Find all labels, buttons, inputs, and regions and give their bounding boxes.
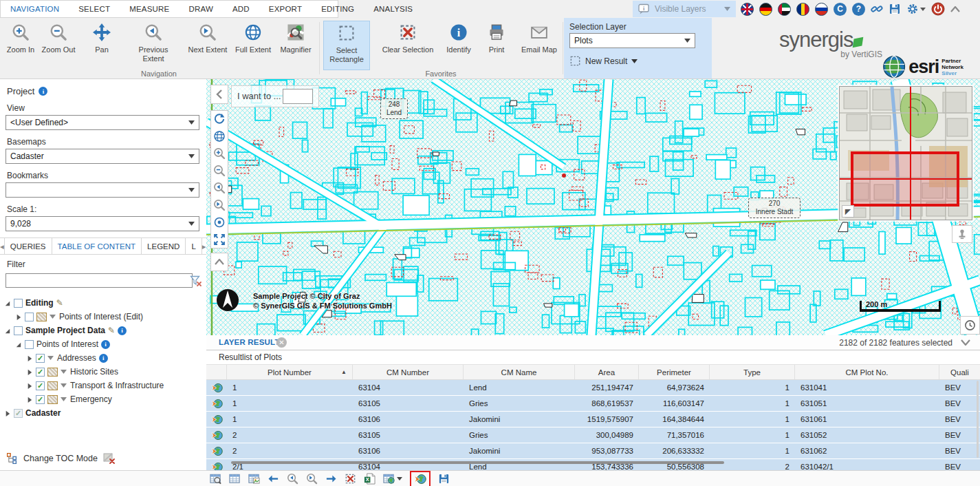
view-select[interactable]: <User Defined>: [6, 115, 199, 130]
checkbox-unchecked[interactable]: [25, 313, 34, 321]
tree-item-sample-project-data[interactable]: Sample Project Data ✎ i: [0, 324, 206, 337]
map-tools-collapse-button[interactable]: [210, 253, 228, 271]
layer-info-icon[interactable]: i: [101, 340, 110, 349]
close-result-tab-icon[interactable]: ✕: [276, 337, 287, 348]
expander-collapsed-icon[interactable]: [25, 396, 33, 403]
change-toc-mode-button[interactable]: Change TOC Mode: [7, 453, 116, 464]
save-result-button[interactable]: [438, 473, 450, 485]
menu-tab-export[interactable]: EXPORT: [259, 5, 312, 13]
zoom-in-icon[interactable]: [213, 147, 226, 160]
collapse-ribbon-icon[interactable]: [950, 6, 960, 12]
previous-record-button[interactable]: [268, 473, 279, 485]
copyright-icon[interactable]: C: [834, 3, 847, 16]
logout-power-icon[interactable]: [931, 2, 945, 16]
print-button[interactable]: Print: [480, 21, 513, 70]
menu-tab-analysis[interactable]: ANALYSIS: [364, 5, 422, 13]
overview-pin-button[interactable]: [952, 225, 972, 243]
header-plot-number[interactable]: Plot Number▲: [227, 365, 353, 379]
zoom-to-feature-icon[interactable]: [206, 382, 227, 394]
visible-layers-button[interactable]: i Visible Layers: [633, 1, 736, 17]
layer-menu-caret-icon[interactable]: [61, 397, 67, 401]
link-icon[interactable]: [871, 3, 883, 15]
tabs-scroll-left-icon[interactable]: ◂: [0, 238, 5, 254]
tree-item-transport-infrastructure[interactable]: ✓ Transport & Infrastructure: [0, 379, 206, 392]
layer-result-tab[interactable]: LAYER RESULT: [219, 338, 280, 346]
checkbox-checked[interactable]: ✓: [36, 395, 45, 404]
i-want-to-input[interactable]: [283, 89, 313, 104]
menu-tab-add[interactable]: ADD: [223, 5, 259, 13]
checkbox-unchecked[interactable]: [14, 299, 23, 308]
menu-tab-select[interactable]: SELECT: [69, 5, 120, 13]
tab-truncated[interactable]: L: [186, 238, 202, 254]
header-cm-name[interactable]: CM Name: [464, 365, 575, 379]
overview-collapse-icon[interactable]: ◤: [842, 205, 854, 218]
expander-collapsed-icon[interactable]: [25, 355, 33, 362]
vertical-scrollbar[interactable]: [977, 381, 979, 458]
tree-item-cadaster[interactable]: ✓ Cadaster: [0, 406, 206, 420]
new-result-button[interactable]: New Result: [569, 55, 638, 67]
language-german-icon[interactable]: [759, 3, 772, 16]
table-row[interactable]: 263105Gries300,0498971,3570161631052BEV: [206, 427, 980, 443]
search-in-result-button[interactable]: [210, 473, 221, 485]
previous-extent-icon[interactable]: [213, 182, 226, 194]
filter-input[interactable]: [6, 273, 193, 288]
scale-select[interactable]: 9,028: [6, 216, 199, 231]
header-perimeter[interactable]: Perimeter: [639, 365, 710, 379]
header-cm-number[interactable]: CM Number: [353, 365, 464, 379]
next-extent-icon[interactable]: [213, 199, 226, 211]
table-export-button[interactable]: [383, 473, 402, 485]
expander-expanded-icon[interactable]: [3, 299, 11, 307]
select-rectangle-button[interactable]: Select Rectangle: [323, 21, 370, 70]
table-row[interactable]: 163104Lend251,19474764,9736241631041BEV: [206, 380, 980, 396]
table-row[interactable]: 263106Jakomini953,087733206,633332163106…: [206, 443, 980, 459]
clear-filter-icon[interactable]: [190, 275, 202, 287]
report-view-button[interactable]: [248, 473, 260, 485]
tree-item-addresses[interactable]: ✓ Addresses i: [0, 351, 206, 365]
tab-table-of-content[interactable]: TABLE OF CONTENT: [52, 238, 142, 254]
center-map-icon[interactable]: [213, 216, 226, 229]
header-quali[interactable]: Quali: [939, 365, 980, 379]
zoom-to-feature-icon[interactable]: [206, 461, 227, 471]
pan-button[interactable]: Pan: [87, 21, 117, 70]
magnifier-button[interactable]: Magnifier: [275, 21, 316, 70]
project-info-icon[interactable]: i: [39, 87, 47, 96]
collapse-left-panel-button[interactable]: [210, 85, 228, 104]
layer-menu-caret-icon[interactable]: [50, 315, 56, 319]
layer-menu-caret-icon[interactable]: [61, 370, 67, 374]
settings-button[interactable]: [906, 3, 926, 15]
checkbox-checked[interactable]: ✓: [36, 354, 45, 363]
layer-menu-caret-icon[interactable]: [47, 356, 54, 360]
zoom-to-feature-icon[interactable]: [206, 414, 227, 425]
language-arabic-icon[interactable]: [778, 3, 791, 16]
table-row[interactable]: 163106Jakomini1519,575907164,38464416310…: [206, 412, 980, 427]
next-extent-button[interactable]: Next Extent: [184, 21, 231, 70]
menu-tab-draw[interactable]: DRAW: [179, 5, 223, 13]
menu-tab-measure[interactable]: MEASURE: [120, 5, 179, 13]
language-romanian-icon[interactable]: [796, 3, 809, 16]
table-view-button[interactable]: [229, 473, 241, 485]
zoom-to-selection-highlighted[interactable]: [410, 471, 431, 486]
overview-map[interactable]: ◤: [839, 86, 972, 220]
expander-expanded-icon[interactable]: [3, 327, 11, 335]
checkbox-checked[interactable]: ✓: [36, 381, 45, 390]
expander-collapsed-icon[interactable]: [25, 382, 33, 390]
fullscreen-icon[interactable]: [213, 233, 226, 246]
full-extent-button[interactable]: Full Extent: [232, 21, 274, 70]
tree-item-emergency[interactable]: ✓ Emergency: [0, 392, 206, 406]
zoom-in-button[interactable]: Zoom In: [4, 21, 37, 70]
expander-collapsed-icon[interactable]: [25, 368, 33, 376]
horizontal-scrollbar[interactable]: [231, 461, 724, 464]
checkbox-unchecked[interactable]: [25, 340, 34, 349]
menu-tab-navigation[interactable]: NAVIGATION: [1, 5, 69, 13]
save-icon[interactable]: [889, 3, 901, 15]
layer-info-icon[interactable]: i: [118, 326, 127, 335]
collapse-panel-icon[interactable]: [961, 339, 970, 346]
layer-info-icon[interactable]: i: [99, 354, 108, 363]
tree-item-points-of-interest[interactable]: Points of Interest i: [0, 337, 206, 351]
i-want-to-widget[interactable]: I want to ...: [231, 85, 319, 107]
zoom-next-result-button[interactable]: [306, 473, 318, 485]
tab-legend[interactable]: LEGEND: [142, 238, 186, 254]
next-record-button[interactable]: [325, 473, 337, 485]
help-icon[interactable]: ?: [852, 3, 865, 16]
zoom-to-feature-icon[interactable]: [206, 430, 227, 441]
